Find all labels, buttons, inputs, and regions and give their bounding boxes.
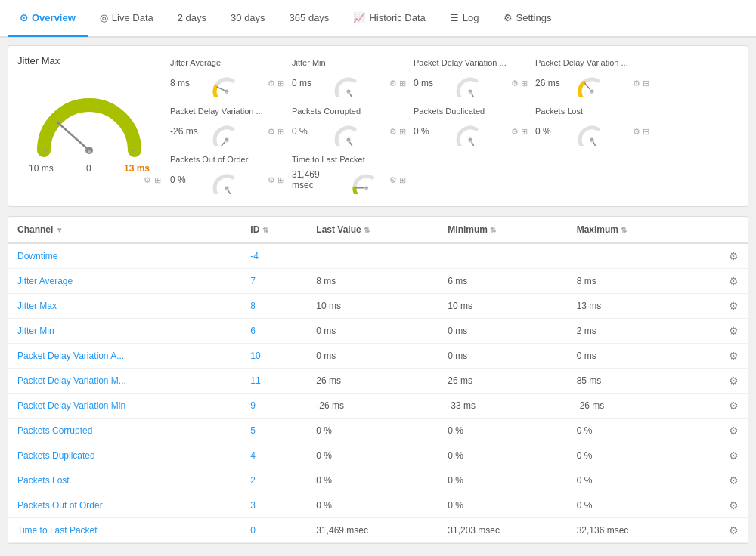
small-gauge-cell-5: Packets Corrupted 0 % ⚙ ⊞ (290, 103, 407, 149)
col-minimum[interactable]: Minimum ⇅ (438, 217, 567, 243)
nav-overview[interactable]: ⊙ Overview (8, 1, 88, 37)
cell-maximum-3: 2 ms (568, 319, 696, 344)
nav-live-data-label: Live Data (112, 12, 153, 23)
small-gauge-gear-icon-3[interactable]: ⚙ (633, 79, 640, 88)
small-gauge-icons-7: ⚙ ⊞ (633, 127, 649, 137)
cell-channel-10: Packets Out of Order (8, 493, 241, 518)
big-gauge-settings-icon[interactable]: ⚙ (144, 175, 151, 185)
small-gauge-expand-icon-9[interactable]: ⊞ (399, 175, 406, 185)
row-gear-button-3[interactable]: ⚙ (729, 325, 739, 337)
nav-live-data[interactable]: ◎ Live Data (88, 1, 166, 37)
small-gauge-cell-8: Packets Out of Order 0 % ⚙ ⊞ (169, 152, 286, 197)
col-maximum[interactable]: Maximum ⇅ (568, 217, 696, 243)
row-gear-button-8[interactable]: ⚙ (729, 449, 739, 462)
table-row: Packet Delay Variation M... 11 26 ms 26 … (8, 369, 748, 394)
row-gear-button-9[interactable]: ⚙ (729, 474, 739, 486)
svg-line-8 (350, 94, 354, 98)
svg-point-28 (591, 141, 593, 143)
small-gauge-expand-icon-5[interactable]: ⊞ (399, 127, 406, 137)
big-gauge-section: Jitter Max 10 ms 0 13 ms (17, 55, 161, 185)
small-gauge-expand-icon-4[interactable]: ⊞ (277, 127, 284, 137)
sort-min-icon: ⇅ (490, 226, 496, 234)
nav-historic[interactable]: 📈 Historic Data (341, 1, 437, 37)
row-gear-button-11[interactable]: ⚙ (729, 524, 739, 536)
row-gear-button-6[interactable]: ⚙ (729, 400, 739, 412)
nav-settings[interactable]: ⚙ Settings (491, 1, 564, 37)
small-gauge-title-1: Jitter Min (292, 58, 398, 67)
cell-channel-3: Jitter Min (8, 319, 241, 344)
table-row: Jitter Max 8 10 ms 10 ms 13 ms ⚙ (8, 294, 748, 319)
table-row: Time to Last Packet 0 31,469 msec 31,203… (8, 518, 748, 543)
small-gauge-icons-5: ⚙ ⊞ (389, 127, 406, 137)
small-gauge-cell-1: Jitter Min 0 ms ⚙ ⊞ (290, 55, 407, 100)
nav-2days[interactable]: 2 days (166, 1, 218, 37)
small-gauge-expand-icon-7[interactable]: ⊞ (643, 127, 649, 137)
table-row: Packets Duplicated 4 0 % 0 % 0 % ⚙ (8, 443, 748, 468)
small-gauge-title-4: Packet Delay Variation ... (170, 107, 276, 116)
small-gauge-expand-icon-0[interactable]: ⊞ (277, 79, 284, 88)
row-gear-button-1[interactable]: ⚙ (729, 275, 739, 287)
big-gauge-settings: ⚙ ⊞ (144, 175, 161, 185)
small-gauge-expand-icon-6[interactable]: ⊞ (521, 127, 528, 137)
small-gauge-gear-icon-7[interactable]: ⚙ (633, 127, 640, 137)
small-gauge-icons-1: ⚙ ⊞ (389, 79, 406, 88)
row-gear-button-7[interactable]: ⚙ (729, 425, 739, 437)
svg-point-7 (226, 92, 228, 94)
cell-channel-1: Jitter Average (8, 269, 241, 294)
small-gauge-expand-icon-2[interactable]: ⊞ (521, 79, 528, 88)
live-data-icon: ◎ (100, 12, 108, 23)
col-id[interactable]: ID ⇅ (241, 217, 307, 243)
row-gear-button-0[interactable]: ⚙ (729, 250, 739, 262)
svg-point-22 (348, 141, 350, 143)
small-gauge-gear-icon-1[interactable]: ⚙ (389, 79, 397, 88)
cell-channel-7: Packets Corrupted (8, 419, 241, 443)
small-gauge-gear-icon-4[interactable]: ⚙ (268, 127, 275, 137)
small-gauge-expand-icon-3[interactable]: ⊞ (643, 79, 649, 88)
small-gauge-gear-icon-5[interactable]: ⚙ (389, 127, 397, 137)
table-row: Packets Corrupted 5 0 % 0 % 0 % ⚙ (8, 419, 748, 443)
nav-365days[interactable]: 365 days (277, 1, 342, 37)
big-gauge-expand-icon[interactable]: ⊞ (154, 175, 161, 185)
svg-line-23 (472, 143, 476, 147)
svg-point-4 (88, 150, 91, 153)
small-gauge-cell-6: Packets Duplicated 0 % ⚙ ⊞ (412, 103, 529, 149)
table-row: Jitter Min 6 0 ms 0 ms 2 ms ⚙ (8, 319, 748, 344)
row-gear-button-10[interactable]: ⚙ (729, 499, 739, 511)
row-gear-button-5[interactable]: ⚙ (729, 375, 739, 387)
data-table: Channel ▼ ID ⇅ Last Value ⇅ Minimum ⇅ Ma… (8, 217, 748, 543)
small-gauge-gear-icon-8[interactable]: ⚙ (268, 175, 275, 185)
cell-last-value-9: 0 % (307, 468, 438, 493)
small-gauge-expand-icon-8[interactable]: ⊞ (277, 175, 284, 185)
small-gauge-value-4: -26 ms (170, 126, 203, 137)
small-gauge-expand-icon-1[interactable]: ⊞ (399, 79, 406, 88)
small-gauge-cell-2: Packet Delay Variation ... 0 ms ⚙ ⊞ (412, 55, 529, 100)
small-gauge-cell-9: Time to Last Packet 31,469 msec ⚙ ⊞ (290, 152, 407, 197)
small-gauge-gear-icon-0[interactable]: ⚙ (268, 79, 275, 88)
small-gauge-value-8: 0 % (170, 175, 203, 185)
nav-log[interactable]: ☰ Log (438, 1, 491, 37)
svg-line-17 (220, 142, 225, 146)
cell-id-3: 6 (241, 319, 307, 344)
small-gauge-gear-icon-9[interactable]: ⚙ (389, 175, 397, 185)
small-gauge-value-6: 0 % (414, 126, 447, 137)
row-gear-button-4[interactable]: ⚙ (729, 350, 739, 362)
cell-gear-1: ⚙ (696, 269, 748, 294)
col-channel[interactable]: Channel ▼ (8, 217, 241, 243)
cell-id-8: 4 (241, 443, 307, 468)
small-gauge-gear-icon-6[interactable]: ⚙ (511, 127, 519, 137)
nav-30days[interactable]: 30 days (218, 1, 277, 37)
small-gauge-icons-2: ⚙ ⊞ (511, 79, 528, 88)
small-gauge-gear-icon-2[interactable]: ⚙ (511, 79, 519, 88)
col-last-value[interactable]: Last Value ⇅ (307, 217, 438, 243)
svg-point-34 (365, 188, 367, 190)
cell-last-value-11: 31,469 msec (307, 518, 438, 543)
small-gauge-cell-7: Packets Lost 0 % ⚙ ⊞ (534, 103, 651, 149)
log-icon: ☰ (450, 12, 459, 23)
row-gear-button-2[interactable]: ⚙ (729, 300, 739, 312)
small-gauge-title-8: Packets Out of Order (170, 155, 276, 164)
cell-minimum-5: 26 ms (438, 369, 567, 394)
cell-id-0: -4 (241, 243, 307, 269)
main-content: Jitter Max 10 ms 0 13 ms (0, 38, 756, 551)
historic-chart-icon: 📈 (353, 12, 365, 23)
nav-log-label: Log (463, 12, 479, 23)
